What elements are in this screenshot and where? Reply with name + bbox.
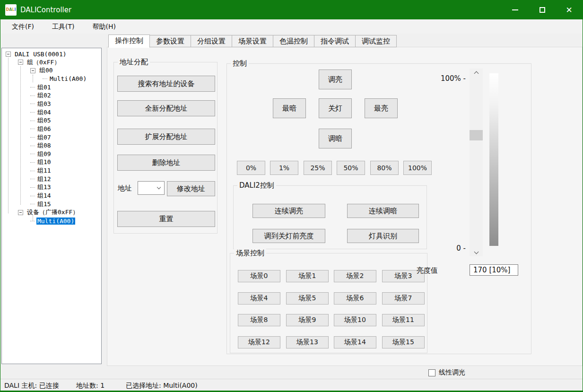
tree-item[interactable]: 组00 xyxy=(30,66,54,75)
close-button[interactable]: ✕ xyxy=(556,0,583,19)
percent-button-50[interactable]: 50% xyxy=(337,161,365,175)
tree-item[interactable]: 组13 xyxy=(30,183,52,192)
light-off-button[interactable]: 关灯 xyxy=(319,98,352,118)
scene-button-9[interactable]: 场景9 xyxy=(286,314,329,326)
tree-collapse-icon[interactable] xyxy=(30,68,35,73)
min-level-button[interactable]: 最暗 xyxy=(273,98,306,118)
tree-item-label[interactable]: Multi(A00) xyxy=(36,218,75,225)
tree-item-label[interactable]: 设备（广播0xFF） xyxy=(26,208,79,217)
tab-3[interactable]: 场景设置 xyxy=(232,35,273,47)
tree-item[interactable]: 组（0xFF） xyxy=(18,58,61,67)
scene-button-7[interactable]: 场景7 xyxy=(382,292,425,305)
scene-button-10[interactable]: 场景10 xyxy=(334,314,376,326)
tab-1[interactable]: 参数设置 xyxy=(149,35,191,47)
tree-item[interactable]: 组03 xyxy=(30,100,52,108)
tree-item[interactable]: DALI USB(0001) xyxy=(6,50,68,58)
linear-dimming-checkbox[interactable] xyxy=(428,369,435,376)
tree-item[interactable]: 组14 xyxy=(30,192,52,200)
tree-item-label[interactable]: 组15 xyxy=(36,200,52,209)
scene-button-13[interactable]: 场景13 xyxy=(286,336,329,348)
scene-button-5[interactable]: 场景5 xyxy=(286,292,329,305)
lamp-identify-button[interactable]: 灯具识别 xyxy=(347,229,419,243)
scene-button-1[interactable]: 场景1 xyxy=(286,270,329,282)
modify-address-button[interactable]: 修改地址 xyxy=(167,181,215,196)
scene-button-0[interactable]: 场景0 xyxy=(238,270,280,282)
tree-item-label[interactable]: 组14 xyxy=(36,192,52,200)
tree-item[interactable]: 组06 xyxy=(30,125,52,133)
tree-item[interactable]: 组04 xyxy=(30,108,52,117)
menu-item-tools[interactable]: 工具(T) xyxy=(46,19,80,34)
scene-button-4[interactable]: 场景4 xyxy=(238,292,280,305)
scroll-up-arrow[interactable] xyxy=(470,69,483,78)
assign-extend-address-button[interactable]: 扩展分配地址 xyxy=(117,129,215,145)
continuous-dim-up-button[interactable]: 连续调亮 xyxy=(252,204,325,218)
tree-item-label[interactable]: 组02 xyxy=(36,91,52,100)
tree-item-label[interactable]: 组11 xyxy=(36,166,52,175)
scene-button-15[interactable]: 场景15 xyxy=(382,336,425,348)
percent-button-80[interactable]: 80% xyxy=(370,161,399,175)
tab-4[interactable]: 色温控制 xyxy=(273,35,314,47)
tree-item-label[interactable]: Multi(A00) xyxy=(49,75,87,82)
dim-up-button[interactable]: 调亮 xyxy=(319,70,352,89)
tree-item[interactable]: 组07 xyxy=(30,133,52,142)
tab-0[interactable]: 操作控制 xyxy=(108,35,150,48)
tree-item-label[interactable]: 组09 xyxy=(36,150,52,158)
tree-item[interactable]: 设备（广播0xFF） xyxy=(18,208,79,217)
search-addressed-devices-button[interactable]: 搜索有地址的设备 xyxy=(117,76,215,92)
percent-button-1[interactable]: 1% xyxy=(270,161,298,175)
tree-item-label[interactable]: 组10 xyxy=(36,158,52,166)
minimize-button[interactable] xyxy=(502,0,529,19)
tree-collapse-icon[interactable] xyxy=(18,210,23,215)
tree-item-label[interactable]: 组06 xyxy=(36,125,52,133)
tree-item[interactable]: 组12 xyxy=(30,175,52,183)
scene-button-14[interactable]: 场景14 xyxy=(334,336,376,348)
tree-item-label[interactable]: DALI USB(0001) xyxy=(14,51,68,58)
scroll-down-arrow[interactable] xyxy=(470,247,483,256)
tree-item-label[interactable]: 组03 xyxy=(36,100,52,108)
tree-item-label[interactable]: 组00 xyxy=(38,66,54,75)
tree-item[interactable]: Multi(A00) xyxy=(30,217,75,225)
dim-down-button[interactable]: 调暗 xyxy=(319,129,352,148)
continuous-dim-down-button[interactable]: 连续调暗 xyxy=(347,204,419,218)
tree-item[interactable]: 组09 xyxy=(30,150,52,158)
tree-item-label[interactable]: 组12 xyxy=(36,175,52,183)
reset-button[interactable]: 重置 xyxy=(117,211,215,227)
scene-button-8[interactable]: 场景8 xyxy=(238,314,280,326)
max-level-button[interactable]: 最亮 xyxy=(365,98,398,118)
menu-item-file[interactable]: 文件(F) xyxy=(6,19,40,34)
scene-button-12[interactable]: 场景12 xyxy=(238,336,280,348)
address-combo[interactable] xyxy=(138,181,165,195)
tab-6[interactable]: 调试监控 xyxy=(355,35,397,47)
tree-item[interactable]: 组05 xyxy=(30,116,52,125)
percent-button-25[interactable]: 25% xyxy=(304,161,332,175)
tree-item-label[interactable]: 组01 xyxy=(36,83,52,92)
tree-item-label[interactable]: 组08 xyxy=(36,141,52,150)
tree-item[interactable]: 组11 xyxy=(30,166,52,175)
tree-collapse-icon[interactable] xyxy=(6,52,11,57)
scene-button-6[interactable]: 场景6 xyxy=(334,292,376,305)
tree-item-label[interactable]: 组13 xyxy=(36,183,52,192)
tree-item-label[interactable]: 组07 xyxy=(36,133,52,142)
percent-button-100[interactable]: 100% xyxy=(403,161,432,175)
device-tree-panel[interactable]: DALI USB(0001)组（0xFF）组00Multi(A00)组01组02… xyxy=(1,48,102,364)
menu-item-help[interactable]: 帮助(H) xyxy=(87,19,121,34)
tab-2[interactable]: 分组设置 xyxy=(191,35,232,47)
delete-address-button[interactable]: 删除地址 xyxy=(117,155,215,171)
tree-item[interactable]: 组01 xyxy=(30,83,52,92)
maximize-button[interactable] xyxy=(529,0,556,19)
tree-item[interactable]: 组08 xyxy=(30,141,52,150)
scene-button-2[interactable]: 场景2 xyxy=(334,270,376,282)
tree-item[interactable]: Multi(A00) xyxy=(43,75,87,83)
tree-item[interactable]: 组10 xyxy=(30,158,52,166)
tree-item-label[interactable]: 组（0xFF） xyxy=(26,58,61,67)
tab-5[interactable]: 指令调试 xyxy=(314,35,356,47)
brightness-scrollbar[interactable] xyxy=(470,69,483,256)
tree-item-label[interactable]: 组04 xyxy=(36,108,52,117)
assign-new-address-button[interactable]: 全新分配地址 xyxy=(117,100,215,116)
restore-pre-off-level-button[interactable]: 调到关灯前亮度 xyxy=(252,229,325,243)
tree-item[interactable]: 组15 xyxy=(30,200,52,209)
tree-collapse-icon[interactable] xyxy=(18,60,23,65)
scrollbar-thumb[interactable] xyxy=(470,130,483,140)
tree-item-label[interactable]: 组05 xyxy=(36,116,52,125)
percent-button-0[interactable]: 0% xyxy=(237,161,265,175)
